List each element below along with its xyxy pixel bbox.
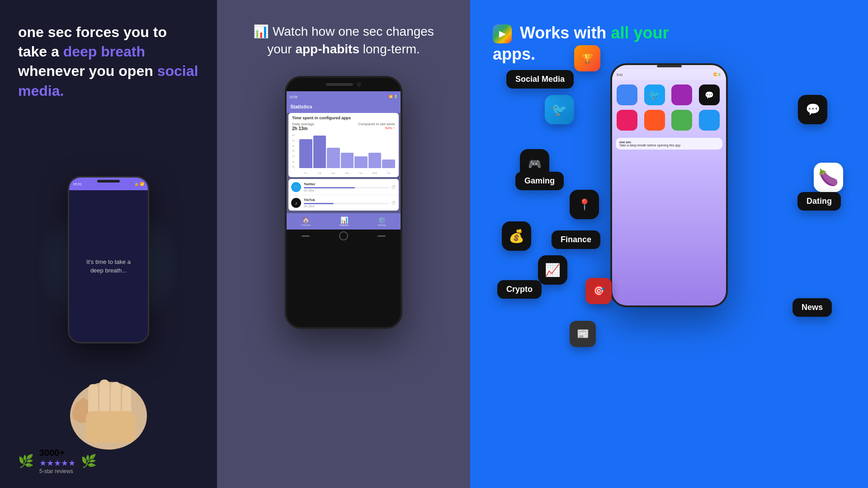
tiktok-icon: ♪ [291,198,301,208]
y-label-1h: 1h [292,160,298,163]
y-label-5h: 5h [292,139,298,142]
reviews-label: 5-star reviews [39,468,75,474]
phone2-status-icons: 📶 🔋 [389,95,398,99]
app-chrome [617,84,637,105]
x-label-sat: Sat [313,172,326,174]
nav-overview[interactable]: 🏠 Overview [301,216,311,226]
stats-compare-label: Compared to last week54% ↑ [358,122,395,130]
stats-avg-value: 2h 13m [292,126,307,131]
bars-area [299,134,395,168]
home-bar-back [302,235,310,237]
x-label-thu: Thu [382,172,395,174]
settings-icon: ⚙️ [378,216,386,224]
floating-icon-chat: 💬 [798,95,827,124]
laurel-left: 🌿 [18,454,34,469]
hand-svg [54,334,163,452]
reviews-section: 🌿 3000+ ★★★★★ 5-star reviews 🌿 [18,448,97,474]
dating-label: Dating [797,192,841,211]
panel-1: one sec forces you to take a deep breath… [0,0,217,488]
x-label-mon: Mon [341,172,354,174]
bar-mon [341,153,354,168]
bar-fri [299,139,312,169]
news-label: News [793,298,832,317]
nav-statistics[interactable]: 📊 Statistics [340,216,349,226]
y-label-4h: 4h [292,145,298,147]
bar-sat [313,136,326,168]
laurel-right: 🌿 [81,454,97,469]
twitter-info: Twitter 0h 43m [304,182,389,192]
phone3-time: 9:41 [617,73,623,76]
panel1-headline: one sec forces you to take a deep breath… [18,23,199,101]
reviews-info: 3000+ ★★★★★ 5-star reviews [39,448,75,474]
phone1: 15:31 🔒 📶 It's time to take a deep breat… [68,176,149,343]
twitter-time: 0h 43m [304,189,389,192]
floating-icon-chart: 📈 [538,255,567,285]
nav-settings[interactable]: ⚙️ Settings [378,216,386,226]
gaming-label: Gaming [515,172,564,190]
phone2-home-bar [287,230,401,242]
phone3-statusbar: 9:41 📶🔋 [612,69,726,80]
app-twitter: 🐦 [644,84,665,105]
tiktok-time: 0h 26m [304,205,389,208]
phone2-screen-area: 15:28 📶 🔋 Statistics Time spent in confi… [287,91,401,230]
x-label-tue: Tue [354,172,368,174]
floating-icon-pin: 📍 [570,190,599,219]
x-labels: Fri Sat Sun Mon Tue Wed Thu [299,172,395,174]
news-label-text: News [802,303,823,312]
bar-tue [354,156,368,169]
tiktok-bar-container [304,203,389,204]
stats-compare-container: Compared to last week54% ↑ [358,122,395,131]
svg-rect-5 [86,411,136,443]
phone1-icons: 🔒 📶 [134,182,144,186]
twitter-name: Twitter [304,182,389,186]
y-label-6h: 6h [292,134,298,136]
stats-avg-label: Daily average2h 13m [292,122,314,131]
stars: ★★★★★ [39,458,75,468]
home-bar-home [339,231,348,240]
phone2-top [287,78,401,91]
headline-deep-breath: deep breath [63,43,145,60]
tiktok-bar [304,203,334,204]
phone3-icons: 📶🔋 [713,73,722,76]
phone2-camera [357,82,361,87]
phone1-notch [97,180,120,183]
phone3: 9:41 📶🔋 🐦 💬 one sec Take a [610,63,728,307]
x-label-sun: Sun [327,172,340,174]
y-label-0h: 0h [292,165,298,168]
floating-icon-acm: 🏆 [574,45,600,71]
dating-label-text: Dating [807,197,832,206]
phone1-body: It's time to take a deep breath... [69,190,148,342]
app-green [671,110,692,131]
play-icon-container: ▶ [493,24,512,43]
phone3-area: 9:41 📶🔋 🐦 💬 one sec Take a [606,63,732,325]
bar-thu [382,160,395,168]
floating-icon-eggplant: 🍆 [814,163,843,192]
app-messages: 💬 [699,84,720,105]
headline-social-media: social media. [18,63,198,99]
nav-settings-label: Settings [378,224,386,226]
crypto-label: Crypto [497,280,542,299]
panel2-bold: app-habits [295,42,359,56]
phone2-speaker [326,83,353,86]
tiktok-info: TikTok 0h 26m [304,198,389,208]
gaming-label-text: Gaming [524,176,555,185]
svg-rect-2 [99,380,109,416]
phone2-statusbar: 15:28 📶 🔋 [287,91,401,102]
floating-icon-bird: 🐦 [545,95,574,124]
phone2: 15:28 📶 🔋 Statistics Time spent in confi… [285,76,402,329]
twitter-delete[interactable]: ⏱ [392,185,396,190]
phone1-screen: 15:31 🔒 📶 It's time to take a deep breat… [69,178,148,342]
phone3-notification: one sec Take a deep breath before openin… [616,138,722,150]
tiktok-delete[interactable]: ⏱ [392,201,396,206]
notif-text: Take a deep breath before opening this a… [619,144,719,147]
x-label-wed: Wed [368,172,382,174]
statistics-icon: 📊 [340,216,349,224]
bar-sun [327,148,340,169]
panel-3: ▶ Works with all yourapps. 9:41 📶🔋 🐦 💬 [470,0,868,488]
phone2-bottom-nav: 🏠 Overview 📊 Statistics ⚙️ Settings [287,213,401,230]
svg-rect-1 [88,384,98,416]
app-blue [699,110,720,131]
y-label-3h: 3h [292,150,298,152]
twitter-icon: 🐦 [291,182,301,192]
floating-icon-red-target: 🎯 [585,278,612,304]
